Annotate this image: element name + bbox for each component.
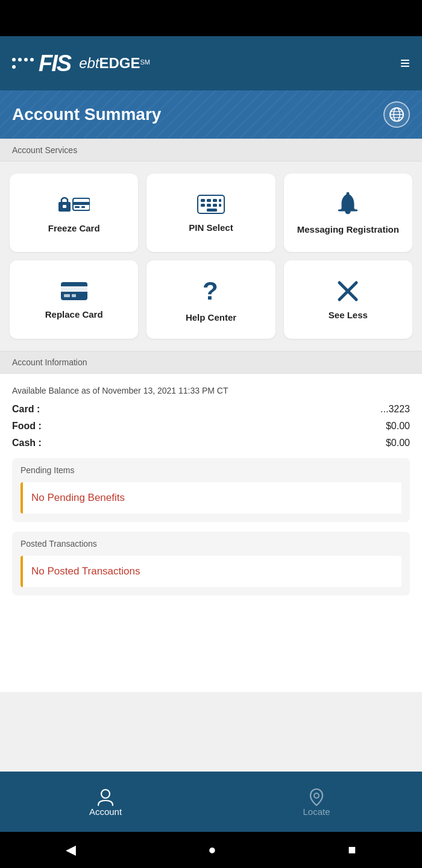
pin-select-label: PIN Select: [189, 222, 233, 234]
android-home-button[interactable]: ●: [208, 842, 216, 858]
pin-select-icon: [197, 194, 225, 215]
svg-rect-17: [207, 204, 211, 207]
android-nav-bar: ◀ ● ■: [0, 832, 422, 868]
svg-rect-14: [213, 199, 217, 202]
svg-rect-19: [219, 204, 221, 207]
help-icon: ?: [201, 278, 221, 304]
account-info-wrapper: Available Balance as of November 13, 202…: [0, 374, 422, 692]
android-recent-button[interactable]: ■: [348, 842, 356, 858]
language-button[interactable]: [383, 101, 410, 128]
globe-icon: [389, 107, 405, 122]
see-less-label: See Less: [329, 309, 368, 321]
card-label: Card :: [12, 404, 40, 415]
replace-card-button[interactable]: Replace Card: [10, 260, 138, 339]
svg-rect-16: [201, 204, 205, 207]
help-center-button[interactable]: ? Help Center: [146, 260, 275, 339]
ebt-logo-text: ebt: [79, 55, 99, 71]
messaging-registration-button[interactable]: Messaging Registration: [284, 174, 412, 252]
app-header: FIS ebtEDGESM ≡: [0, 36, 422, 90]
help-center-label: Help Center: [186, 312, 236, 324]
card-row: Card : ...3223: [12, 404, 410, 415]
food-value: $0.00: [386, 421, 410, 432]
svg-rect-6: [63, 205, 66, 208]
replace-card-icon: [60, 281, 89, 301]
locate-nav-icon: [307, 787, 326, 807]
account-nav-item[interactable]: Account: [0, 781, 211, 823]
pending-items-label: Pending Items: [20, 465, 402, 475]
svg-rect-9: [75, 206, 80, 208]
cash-row: Cash : $0.00: [12, 438, 410, 448]
account-services-label: Account Services: [0, 139, 422, 162]
freeze-card-icon: [58, 193, 90, 215]
svg-point-30: [101, 790, 110, 798]
no-posted-transactions-text: No Posted Transactions: [31, 565, 140, 577]
account-information-label: Account Information: [0, 351, 422, 374]
svg-rect-15: [219, 199, 221, 202]
fis-dot: [30, 58, 34, 61]
freeze-card-label: Freeze Card: [48, 222, 100, 234]
cash-label: Cash :: [12, 438, 42, 448]
svg-rect-20: [207, 209, 217, 212]
no-posted-transactions-box: No Posted Transactions: [20, 556, 402, 587]
fis-dot: [24, 58, 28, 61]
replace-card-label: Replace Card: [45, 309, 103, 321]
svg-rect-10: [81, 206, 85, 208]
locate-nav-label: Locate: [303, 807, 330, 817]
fis-logo-text: FIS: [39, 51, 71, 77]
svg-rect-13: [207, 199, 211, 202]
pending-items-section: Pending Items No Pending Benefits: [12, 458, 410, 522]
locate-nav-item[interactable]: Locate: [211, 781, 422, 823]
sm-logo-text: SM: [140, 58, 151, 66]
posted-transactions-section: Posted Transactions No Posted Transactio…: [12, 532, 410, 596]
edge-logo-text: EDGE: [99, 55, 140, 71]
account-nav-icon: [96, 787, 115, 807]
posted-transactions-label: Posted Transactions: [20, 539, 402, 549]
main-content: Account Services Freeze Card: [0, 139, 422, 808]
fis-dot: [12, 58, 16, 61]
x-icon: [337, 280, 359, 302]
svg-rect-18: [213, 204, 217, 207]
card-value: ...3223: [380, 404, 410, 415]
fis-dot: [18, 58, 22, 61]
balance-date: Available Balance as of November 13, 202…: [12, 386, 410, 395]
bottom-nav: Account Locate: [0, 772, 422, 832]
svg-rect-25: [64, 294, 70, 297]
see-less-button[interactable]: See Less: [284, 260, 412, 339]
svg-rect-12: [201, 199, 205, 202]
svg-text:?: ?: [203, 278, 218, 304]
pin-select-button[interactable]: PIN Select: [146, 174, 275, 252]
no-pending-benefits-text: No Pending Benefits: [31, 492, 125, 503]
cash-value: $0.00: [386, 438, 410, 448]
account-info-inner: Available Balance as of November 13, 202…: [0, 374, 422, 692]
hamburger-menu-button[interactable]: ≡: [400, 55, 410, 72]
svg-point-31: [314, 793, 319, 798]
no-pending-benefits-box: No Pending Benefits: [20, 482, 402, 514]
messaging-registration-label: Messaging Registration: [297, 224, 399, 236]
system-bar: [0, 0, 422, 36]
android-back-button[interactable]: ◀: [66, 842, 76, 858]
svg-rect-24: [61, 286, 87, 292]
svg-rect-22: [338, 210, 357, 212]
bell-icon: [336, 192, 359, 216]
fis-dot: [12, 65, 16, 69]
freeze-card-button[interactable]: Freeze Card: [10, 174, 138, 252]
svg-rect-8: [73, 202, 90, 205]
page-title-bar: Account Summary: [0, 90, 422, 139]
logo-area: FIS ebtEDGESM: [12, 51, 150, 77]
service-grid: Freeze Card PIN Select: [0, 162, 422, 351]
fis-dots: [12, 58, 34, 69]
food-label: Food :: [12, 421, 42, 432]
page-title: Account Summary: [12, 105, 161, 124]
account-nav-label: Account: [89, 807, 122, 817]
food-row: Food : $0.00: [12, 421, 410, 432]
svg-rect-26: [72, 294, 76, 297]
